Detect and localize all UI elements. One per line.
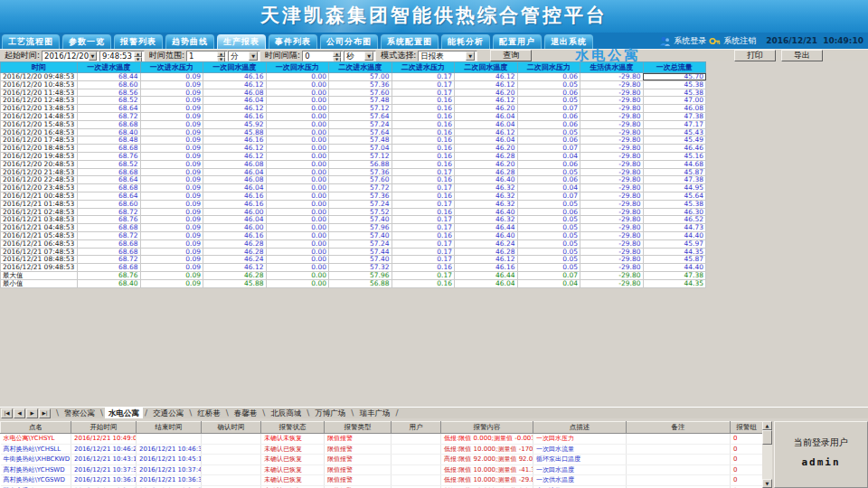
report-cell[interactable]: 57.04 [329, 145, 392, 153]
report-cell[interactable]: -29.80 [580, 231, 644, 239]
report-cell[interactable]: 0.05 [517, 231, 580, 239]
report-cell[interactable]: 46.16 [203, 200, 267, 208]
report-cell[interactable]: 46.24 [203, 256, 267, 264]
report-cell[interactable]: 68.76 [78, 271, 141, 279]
report-cell[interactable]: 46.40 [455, 208, 518, 216]
report-cell[interactable]: 57.44 [329, 248, 392, 256]
report-cell[interactable]: 68.68 [78, 120, 141, 128]
report-cell[interactable]: 68.64 [78, 176, 141, 184]
report-cell[interactable]: 68.76 [78, 152, 141, 160]
report-cell[interactable]: 57.24 [329, 200, 392, 208]
report-cell[interactable]: 0.16 [392, 264, 455, 272]
report-cell[interactable]: 46.28 [455, 168, 518, 176]
report-cell[interactable]: 0.09 [140, 216, 203, 224]
report-cell[interactable]: 68.68 [78, 248, 141, 256]
report-cell[interactable]: 2016/12/21 08:48:53 [1, 256, 78, 264]
report-cell[interactable]: 0.05 [517, 248, 580, 256]
report-cell[interactable]: 2016/12/21 03:48:53 [1, 216, 78, 224]
menu-tab-公司分布图[interactable]: 公司分布图 [320, 34, 378, 49]
report-cell[interactable]: 0.16 [392, 145, 455, 153]
report-cell[interactable]: 68.52 [78, 97, 141, 105]
report-cell[interactable]: 0.17 [392, 248, 455, 256]
report-cell[interactable]: -29.80 [580, 128, 644, 136]
report-cell[interactable]: 46.12 [455, 256, 518, 264]
report-cell[interactable]: 2016/12/20 10:48:53 [1, 80, 78, 89]
report-cell[interactable]: -29.80 [580, 216, 644, 224]
report-cell[interactable]: 2016/12/21 00:48:53 [1, 192, 78, 200]
system-logout-link[interactable]: 系统注销 [723, 35, 756, 47]
menu-tab-工艺流程图[interactable]: 工艺流程图 [2, 34, 60, 49]
report-cell[interactable]: 0.17 [392, 168, 455, 176]
report-cell[interactable]: 46.12 [203, 80, 267, 89]
report-cell[interactable]: 0.09 [140, 208, 203, 216]
report-cell[interactable]: 0.16 [392, 120, 455, 128]
report-cell[interactable]: 0.00 [266, 145, 329, 153]
prev-sheet-icon[interactable]: ◀ [14, 408, 25, 418]
report-cell[interactable]: 47.17 [643, 120, 706, 128]
report-cell[interactable]: 46.30 [643, 208, 706, 216]
report-cell[interactable]: 46.08 [203, 160, 267, 168]
chevron-down-icon[interactable]: ▼ [466, 52, 475, 61]
report-cell[interactable]: 0.16 [392, 192, 455, 200]
report-cell[interactable]: 46.28 [203, 239, 267, 248]
report-cell[interactable]: 46.04 [455, 136, 518, 145]
report-cell[interactable]: 2016/12/21 09:48:53 [1, 264, 78, 272]
report-cell[interactable]: 0.09 [140, 160, 203, 168]
report-cell[interactable]: 0.17 [392, 216, 455, 224]
sheet-tab-万博广场[interactable]: 万博广场 [311, 408, 349, 418]
report-cell[interactable]: 46.46 [643, 145, 706, 153]
report-cell[interactable]: -29.80 [580, 89, 644, 97]
report-cell[interactable]: -29.80 [580, 112, 644, 120]
spinner-arrows-icon[interactable]: ▲▼ [217, 52, 225, 61]
report-cell[interactable]: 2016/12/20 09:48:53 [1, 73, 78, 81]
report-cell[interactable]: 0.00 [266, 176, 329, 184]
report-cell[interactable]: 0.05 [517, 224, 580, 232]
report-cell[interactable]: 57.36 [329, 168, 392, 176]
report-cell[interactable]: 44.40 [643, 231, 706, 239]
report-cell[interactable]: 46.28 [203, 248, 267, 256]
report-cell[interactable]: 47.38 [643, 112, 706, 120]
first-sheet-icon[interactable]: |◀ [1, 408, 13, 418]
report-cell[interactable]: -29.80 [580, 168, 644, 176]
report-cell[interactable]: 0.16 [392, 136, 455, 145]
report-cell[interactable]: 0.09 [140, 112, 203, 120]
report-cell[interactable]: 68.64 [78, 192, 141, 200]
report-cell[interactable]: 0.06 [517, 73, 580, 81]
report-cell[interactable]: 0.16 [392, 176, 455, 184]
report-cell[interactable]: -29.80 [580, 279, 644, 287]
report-cell[interactable]: 45.87 [643, 168, 706, 176]
report-cell[interactable]: 0.00 [266, 112, 329, 120]
report-cell[interactable]: 0.06 [517, 89, 580, 97]
report-cell[interactable]: 57.40 [329, 216, 392, 224]
report-cell[interactable]: 46.20 [455, 160, 518, 168]
menu-tab-参数一览[interactable]: 参数一览 [62, 34, 111, 49]
report-cell[interactable]: 46.16 [203, 136, 267, 145]
report-cell[interactable]: 46.20 [455, 105, 518, 113]
report-cell[interactable]: 57.64 [329, 128, 392, 136]
report-cell[interactable]: 44.68 [643, 160, 706, 168]
sheet-tab-瑞丰广场[interactable]: 瑞丰广场 [355, 408, 393, 418]
report-cell[interactable]: 0.17 [392, 224, 455, 232]
menu-tab-配置用户[interactable]: 配置用户 [493, 34, 542, 49]
report-cell[interactable]: 最大值 [1, 271, 78, 279]
report-cell[interactable]: 46.16 [203, 73, 267, 81]
report-cell[interactable]: 44.35 [643, 279, 706, 287]
report-cell[interactable]: 68.48 [78, 136, 141, 145]
report-cell[interactable]: 46.04 [455, 120, 518, 128]
report-cell[interactable]: 0.09 [140, 231, 203, 239]
report-cell[interactable]: 56.88 [329, 160, 392, 168]
alarm-scrollbar[interactable]: ▲ ▼ [762, 421, 772, 488]
sheet-tab-北辰商城[interactable]: 北辰商城 [267, 408, 305, 418]
report-cell[interactable]: 57.36 [329, 192, 392, 200]
report-cell[interactable]: 0.09 [140, 200, 203, 208]
report-cell[interactable]: 46.08 [203, 89, 267, 97]
system-login-link[interactable]: 系统登录 [674, 35, 706, 47]
report-cell[interactable]: 46.16 [203, 112, 267, 120]
report-cell[interactable]: 46.04 [203, 168, 267, 176]
report-cell[interactable]: 0.00 [266, 256, 329, 264]
report-cell[interactable]: 0.17 [392, 80, 455, 89]
report-cell[interactable]: 0.17 [392, 256, 455, 264]
report-cell[interactable]: 0.17 [392, 184, 455, 192]
report-cell[interactable]: 0.05 [517, 80, 580, 89]
report-cell[interactable]: -29.80 [580, 152, 644, 160]
